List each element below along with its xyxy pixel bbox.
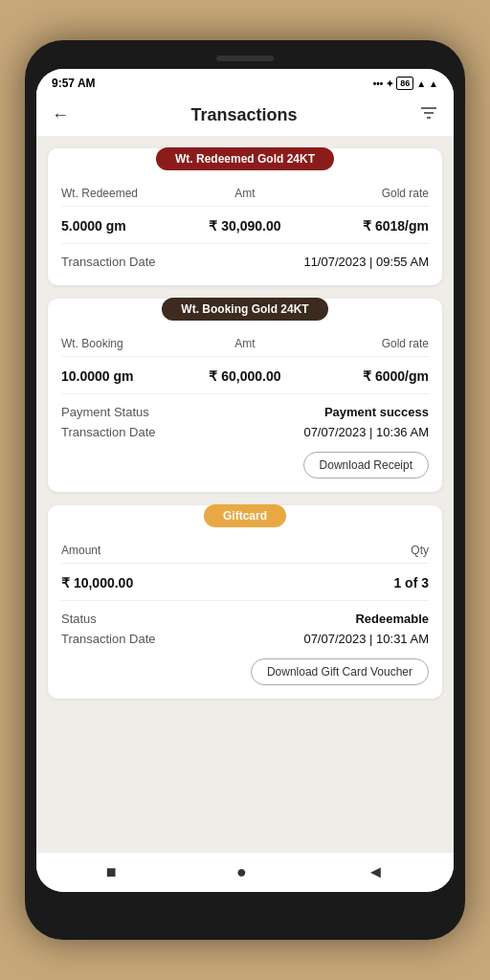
phone-frame: 9:57 AM ••• ✦ 86 ▲ ▲ ← Transactions xyxy=(25,40,465,940)
col3-header-3: Qty xyxy=(306,544,429,557)
table-row-2: 10.0000 gm ₹ 60,000.00 ₹ 6000/gm xyxy=(61,363,429,394)
battery-icon: 86 xyxy=(396,77,413,90)
info-row-2-1: Transaction Date 07/07/2023 | 10:36 AM xyxy=(61,422,429,442)
col1-value-2: 10.0000 gm xyxy=(61,368,184,384)
info-value-3-0: Redeemable xyxy=(355,612,429,626)
info-value-2-1: 07/07/2023 | 10:36 AM xyxy=(303,425,429,439)
bottom-navigation: ■ ● ◄ xyxy=(36,852,454,892)
transaction-card-1: Wt. Redeemed Gold 24KT Wt. Redeemed Amt … xyxy=(48,148,442,285)
card-badge-1: Wt. Redeemed Gold 24KT xyxy=(48,147,442,170)
transaction-card-3: Giftcard Amount Qty ₹ 10,000.00 1 of 3 S… xyxy=(48,505,442,699)
info-label-2-1: Transaction Date xyxy=(61,425,156,439)
col2-header-1: Amt xyxy=(184,187,306,200)
table-header-1: Wt. Redeemed Amt Gold rate xyxy=(61,181,429,207)
card-body-2: Wt. Booking Amt Gold rate 10.0000 gm ₹ 6… xyxy=(48,322,442,492)
card-body-3: Amount Qty ₹ 10,000.00 1 of 3 Status Red… xyxy=(48,528,442,699)
col3-value-2: ₹ 6000/gm xyxy=(306,368,429,384)
bluetooth-icon: ✦ xyxy=(386,78,393,89)
status-time: 9:57 AM xyxy=(52,77,96,90)
info-label-3-1: Transaction Date xyxy=(61,632,156,646)
card-badge-3: Giftcard xyxy=(48,504,442,527)
download-area-3: Download Gift Card Voucher xyxy=(61,658,429,685)
card-badge-2: Wt. Booking Gold 24KT xyxy=(48,298,442,321)
card-body-1: Wt. Redeemed Amt Gold rate 5.0000 gm ₹ 3… xyxy=(48,171,442,285)
col2-header-3 xyxy=(184,544,306,557)
phone-notch xyxy=(216,56,274,61)
table-row-1: 5.0000 gm ₹ 30,090.00 ₹ 6018/gm xyxy=(61,212,429,244)
filter-button[interactable] xyxy=(419,103,438,126)
col1-header-3: Amount xyxy=(61,544,184,557)
table-row-3: ₹ 10,000.00 1 of 3 xyxy=(61,569,429,601)
col2-header-2: Amt xyxy=(184,337,306,350)
transaction-card-2: Wt. Booking Gold 24KT Wt. Booking Amt Go… xyxy=(48,299,442,492)
info-label-3-0: Status xyxy=(61,612,97,626)
nav-square-button[interactable]: ■ xyxy=(106,862,117,882)
table-header-2: Wt. Booking Amt Gold rate xyxy=(61,331,429,357)
info-row-1-0: Transaction Date 11/07/2023 | 09:55 AM xyxy=(61,252,429,272)
back-button[interactable]: ← xyxy=(52,105,69,125)
col2-value-2: ₹ 60,000.00 xyxy=(184,368,306,384)
page-title: Transactions xyxy=(190,105,297,125)
col1-value-1: 5.0000 gm xyxy=(61,218,184,234)
col2-value-3 xyxy=(184,575,306,590)
nav-home-button[interactable]: ● xyxy=(236,862,247,882)
col3-header-2: Gold rate xyxy=(306,337,429,350)
page-header: ← Transactions xyxy=(36,94,454,137)
info-row-3-0: Status Redeemable xyxy=(61,609,429,629)
badge-label-3: Giftcard xyxy=(204,504,286,527)
info-row-2-0: Payment Status Payment success xyxy=(61,402,429,422)
signal-icon: ▲ xyxy=(416,78,426,89)
content-area: Wt. Redeemed Gold 24KT Wt. Redeemed Amt … xyxy=(36,137,454,852)
badge-label-2: Wt. Booking Gold 24KT xyxy=(162,298,327,321)
status-bar: 9:57 AM ••• ✦ 86 ▲ ▲ xyxy=(36,69,454,94)
wifi-icon: ▲ xyxy=(429,78,438,89)
nav-back-button[interactable]: ◄ xyxy=(367,862,384,882)
table-header-3: Amount Qty xyxy=(61,538,429,564)
status-dots: ••• xyxy=(373,78,384,89)
info-label-2-0: Payment Status xyxy=(61,405,149,419)
download-area-2: Download Receipt xyxy=(61,452,429,479)
download-receipt-button[interactable]: Download Receipt xyxy=(303,452,429,479)
col1-value-3: ₹ 10,000.00 xyxy=(61,575,184,590)
col1-header-1: Wt. Redeemed xyxy=(61,187,184,200)
col3-value-1: ₹ 6018/gm xyxy=(306,218,429,234)
col3-value-3: 1 of 3 xyxy=(306,575,429,590)
badge-label-1: Wt. Redeemed Gold 24KT xyxy=(156,147,334,170)
download-voucher-button[interactable]: Download Gift Card Voucher xyxy=(251,658,429,685)
col3-header-1: Gold rate xyxy=(306,187,429,200)
info-value-3-1: 07/07/2023 | 10:31 AM xyxy=(303,632,429,646)
status-icons: ••• ✦ 86 ▲ ▲ xyxy=(373,77,438,90)
info-value-2-0: Payment success xyxy=(324,405,429,419)
col1-header-2: Wt. Booking xyxy=(61,337,184,350)
info-label-1-0: Transaction Date xyxy=(61,255,156,269)
phone-screen: 9:57 AM ••• ✦ 86 ▲ ▲ ← Transactions xyxy=(36,69,454,892)
info-row-3-1: Transaction Date 07/07/2023 | 10:31 AM xyxy=(61,629,429,649)
info-value-1-0: 11/07/2023 | 09:55 AM xyxy=(303,255,429,269)
col2-value-1: ₹ 30,090.00 xyxy=(184,218,306,234)
